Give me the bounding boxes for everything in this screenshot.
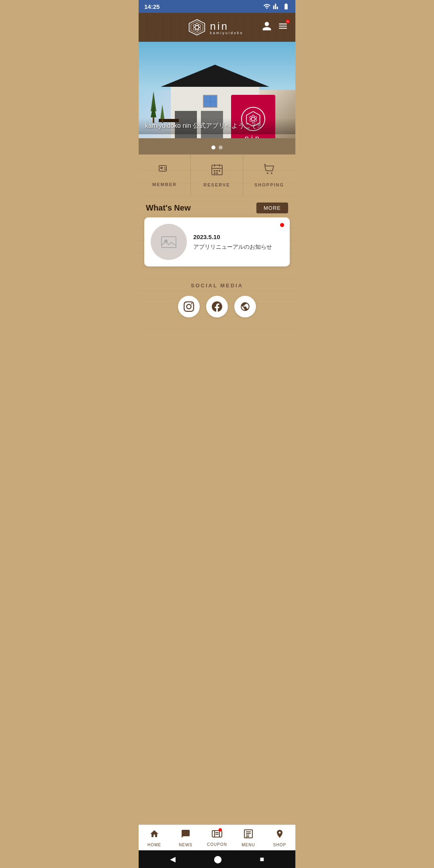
svg-rect-20 [164, 169, 166, 170]
whats-new-header: What's New MORE [139, 196, 295, 217]
header-icons: N [262, 21, 288, 34]
facebook-button[interactable] [206, 296, 228, 317]
quick-link-member[interactable]: MEMBER [139, 155, 191, 196]
window [203, 95, 217, 108]
svg-rect-26 [216, 170, 218, 172]
social-icons [145, 296, 289, 317]
signal-icon [273, 3, 280, 10]
quick-links: MEMBER RESERVE SHOPPING [139, 154, 295, 196]
shopping-label: SHOPPING [254, 182, 284, 187]
member-icon [158, 164, 171, 178]
news-card[interactable]: 2023.5.10 アプリリニューアルのお知らせ [144, 217, 290, 266]
logo-sub: kamiyuidoko [210, 31, 243, 35]
svg-rect-17 [159, 166, 166, 171]
svg-point-18 [160, 167, 163, 169]
quick-link-reserve[interactable]: RESERVE [191, 155, 243, 196]
svg-point-30 [267, 172, 268, 174]
svg-marker-0 [189, 20, 205, 35]
svg-rect-19 [164, 167, 166, 168]
svg-rect-27 [219, 170, 220, 172]
dot-1[interactable] [211, 145, 215, 149]
social-section: SOCIAL MEDIA [139, 273, 295, 330]
svg-rect-28 [214, 172, 215, 174]
whats-new-section: What's New MORE 2023.5.10 アプリリニューアルのお知らせ [139, 196, 295, 266]
profile-icon[interactable] [262, 21, 272, 34]
notification-badge: N [286, 19, 290, 23]
svg-point-31 [271, 172, 272, 174]
news-unread-badge [280, 223, 284, 227]
svg-rect-32 [162, 237, 176, 248]
hero-dots [139, 145, 295, 149]
battery-icon [283, 3, 290, 10]
svg-rect-29 [216, 172, 218, 174]
header-logo: nin kamiyuidoko [170, 18, 262, 36]
status-icons [263, 3, 290, 10]
news-thumbnail [151, 224, 187, 260]
logo-text-wrap: nin kamiyuidoko [210, 20, 243, 35]
status-bar: 14:25 [139, 0, 295, 13]
news-content: 2023.5.10 アプリリニューアルのお知らせ [193, 233, 283, 251]
instagram-button[interactable] [178, 296, 200, 317]
svg-point-11 [252, 115, 254, 117]
hero-caption: kamiyuidoko nin 公式アプリへようこそ!! [139, 118, 295, 134]
wifi-icon [263, 3, 270, 10]
hero-section: nin kamiyuidoko kamiyuidoko nin 公式アプリへよう… [139, 42, 295, 154]
shopping-icon [263, 164, 275, 178]
more-button[interactable]: MORE [256, 203, 288, 213]
member-label: MEMBER [152, 182, 177, 187]
reserve-label: RESERVE [203, 182, 230, 187]
dot-2[interactable] [219, 145, 223, 149]
news-date: 2023.5.10 [193, 233, 283, 240]
reserve-icon [211, 164, 223, 178]
logo-hexagon-icon [188, 18, 206, 36]
header: nin kamiyuidoko N [139, 13, 295, 42]
svg-rect-25 [214, 170, 215, 172]
social-title: SOCIAL MEDIA [145, 283, 289, 289]
menu-icon[interactable]: N [278, 21, 288, 34]
website-button[interactable] [234, 296, 256, 317]
news-text: アプリリニューアルのお知らせ [193, 244, 283, 251]
quick-link-shopping[interactable]: SHOPPING [243, 155, 295, 196]
building-roof [161, 65, 269, 87]
status-time: 14:25 [144, 3, 160, 10]
whats-new-title: What's New [146, 203, 190, 213]
